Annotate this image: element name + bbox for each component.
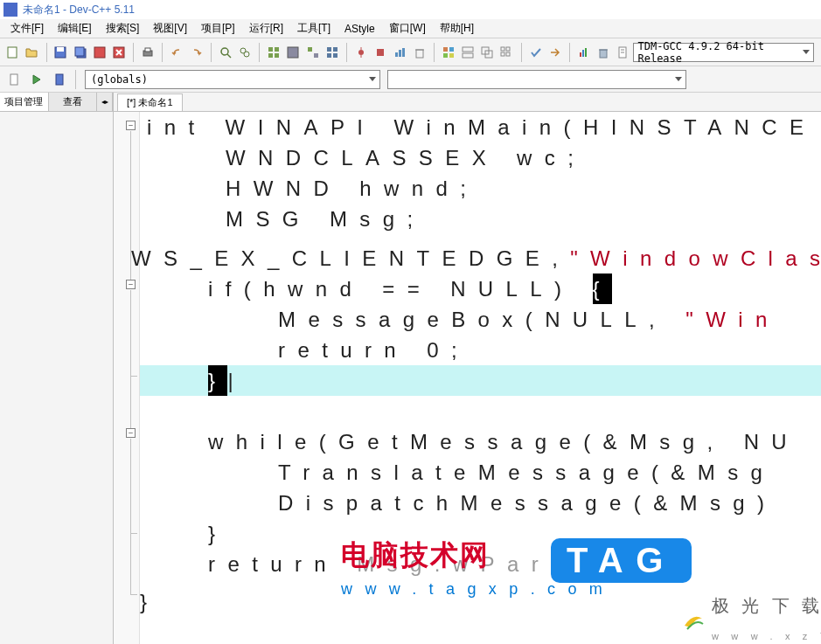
clean-button[interactable] [410,42,428,63]
svg-rect-4 [75,47,84,56]
code-line: return 0; [278,335,470,365]
compiler-value: TDM-GCC 4.9.2 64-bit Release [637,40,803,65]
trash-button[interactable] [595,42,612,63]
next-bookmark-button[interactable] [26,69,47,90]
watermark-jiguang-overlay: 极光下载站 www.xz7.com [680,591,821,644]
scope-selector[interactable]: (globals) [85,70,380,89]
compiler-selector[interactable]: TDM-GCC 4.9.2 64-bit Release [633,43,814,62]
menu-tools[interactable]: 工具[T] [290,21,337,36]
menu-run[interactable]: 运行[R] [242,21,290,36]
save-button[interactable] [52,42,69,63]
sidebar-tab-project[interactable]: 项目管理 [0,93,49,111]
svg-rect-34 [449,47,454,52]
redo-button[interactable] [187,42,205,63]
menu-project[interactable]: 项目[P] [194,21,242,36]
bookmark-button[interactable] [3,69,24,90]
new-file-button[interactable] [3,42,21,63]
svg-rect-20 [327,47,331,52]
separator [569,43,570,62]
svg-rect-0 [8,47,17,58]
svg-rect-22 [327,53,331,58]
replace-button[interactable] [236,42,254,63]
svg-rect-31 [416,50,423,58]
code-line: DispatchMessage(&Msg) [278,488,777,518]
menu-astyle[interactable]: AStyle [337,23,382,35]
undo-button[interactable] [168,42,185,63]
menu-help[interactable]: 帮助[H] [433,21,481,36]
code-editor[interactable]: − − − int WINAPI WinMain(HINSTANCE WNDCL… [114,112,821,644]
menu-view[interactable]: 视图[V] [146,21,194,36]
stop-button[interactable] [372,42,389,63]
doc-button[interactable] [614,42,631,63]
save-all-button[interactable] [72,42,89,63]
chevron-down-icon [675,77,682,81]
sidebar-tab-scroll[interactable]: ◂▸ [97,93,113,111]
svg-rect-46 [582,50,584,57]
close-button[interactable] [110,42,128,63]
main-area: 项目管理 查看 ◂▸ [*] 未命名1 − − − in [0,93,821,644]
svg-point-24 [358,50,364,55]
compile-run-button[interactable] [303,42,321,63]
svg-rect-13 [268,47,273,52]
separator [162,43,163,62]
svg-rect-33 [443,47,448,52]
open-button[interactable] [23,42,40,63]
svg-rect-23 [333,53,337,58]
svg-point-9 [221,48,228,55]
window-title: 未命名1 - Dev-C++ 5.11 [23,3,135,17]
svg-rect-43 [501,52,504,56]
svg-rect-15 [268,53,273,58]
member-selector[interactable] [387,70,686,89]
separator [211,43,212,62]
brace-match: } [208,365,227,396]
profile-button[interactable] [391,42,408,63]
toggle-bookmark-button[interactable] [49,69,70,90]
code-line: WS_EX_CLIENTEDGE,"WindowClass [131,243,821,274]
svg-rect-45 [580,52,581,57]
menu-file[interactable]: 文件[F] [3,21,51,36]
sidebar-tab-view[interactable]: 查看 [49,93,98,111]
svg-rect-48 [600,50,607,58]
fold-toggle[interactable]: − [126,428,136,438]
goto-button[interactable] [546,42,564,63]
svg-rect-16 [275,53,279,58]
rebuild-button[interactable] [324,42,341,63]
save-as-button[interactable] [91,42,108,63]
svg-rect-42 [506,47,510,51]
menubar: 文件[F] 编辑[E] 搜索[S] 视图[V] 项目[P] 运行[R] 工具[T… [0,19,821,38]
check-button[interactable] [526,42,544,63]
menu-edit[interactable]: 编辑[E] [51,21,99,36]
chevron-down-icon [369,77,376,81]
jiguang-icon [680,608,706,634]
svg-rect-53 [10,74,17,85]
code-line: MSG Msg; [226,204,426,234]
window-tile-v-button[interactable] [459,42,477,63]
chart-button[interactable] [575,42,593,63]
document-tab[interactable]: [*] 未命名1 [117,93,183,111]
code-line: TranslateMessage(&Msg [278,457,775,488]
svg-rect-21 [333,47,337,52]
sidebar-tabs: 项目管理 查看 ◂▸ [0,93,113,112]
debug-button[interactable] [352,42,370,63]
fold-toggle[interactable]: − [126,121,136,130]
run-button[interactable] [284,42,302,63]
code-line: if(hwnd == NULL) { [208,274,612,304]
fold-toggle[interactable]: − [126,280,136,289]
toolbar-scope: (globals) [0,66,821,93]
find-button[interactable] [217,42,234,63]
window-tile-h-button[interactable] [440,42,457,63]
menu-window[interactable]: 窗口[W] [382,21,433,36]
code-lines[interactable]: int WINAPI WinMain(HINSTANCE WNDCLASSEX … [140,112,821,644]
brace-match: { [593,274,612,304]
svg-rect-8 [145,48,150,52]
code-line: } [140,586,159,617]
separator [346,43,347,62]
window-button[interactable] [497,42,515,63]
svg-rect-30 [402,48,405,57]
window-cascade-button[interactable] [478,42,496,63]
compile-button[interactable] [265,42,282,63]
svg-line-10 [227,54,231,58]
print-button[interactable] [139,42,157,63]
separator [133,43,134,62]
menu-search[interactable]: 搜索[S] [99,21,147,36]
